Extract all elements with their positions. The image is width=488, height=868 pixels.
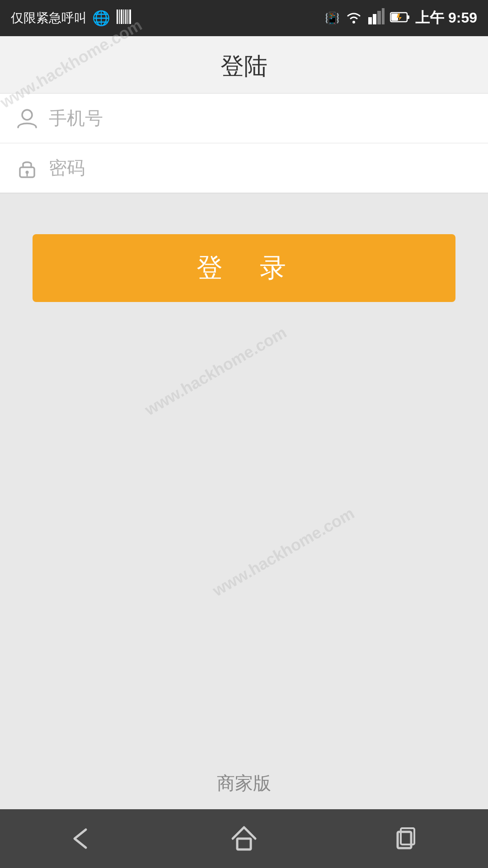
status-left: 仅限紧急呼叫 🌐 xyxy=(11,9,132,28)
page-header: 登陆 xyxy=(0,36,488,94)
status-bar: 仅限紧急呼叫 🌐 📳 xyxy=(0,0,488,36)
svg-rect-5 xyxy=(127,9,128,24)
login-button-container: 登 录 xyxy=(0,234,488,329)
password-input-row xyxy=(0,143,488,193)
recents-button[interactable] xyxy=(380,821,434,857)
svg-rect-1 xyxy=(119,9,120,24)
password-input[interactable] xyxy=(49,150,474,186)
time-display: 上午 9:59 xyxy=(415,8,477,28)
wifi-icon xyxy=(345,9,363,28)
svg-rect-13 xyxy=(407,15,409,19)
home-button[interactable] xyxy=(217,821,271,857)
barcode-icon xyxy=(116,9,132,28)
svg-rect-19 xyxy=(237,839,251,849)
svg-rect-6 xyxy=(129,9,131,24)
login-button[interactable]: 登 录 xyxy=(33,234,455,302)
main-content-area xyxy=(0,329,488,673)
svg-rect-3 xyxy=(123,9,124,24)
svg-rect-4 xyxy=(125,9,127,24)
phone-input[interactable] xyxy=(49,100,474,137)
page-title: 登陆 xyxy=(0,51,488,82)
back-button[interactable] xyxy=(54,821,108,857)
form-spacer xyxy=(0,193,488,234)
svg-rect-8 xyxy=(368,17,372,24)
svg-rect-10 xyxy=(377,11,381,24)
emergency-call-text: 仅限紧急呼叫 xyxy=(11,9,87,27)
lock-icon xyxy=(14,156,40,181)
svg-rect-20 xyxy=(398,832,411,848)
svg-point-15 xyxy=(22,110,32,120)
svg-rect-2 xyxy=(121,9,122,24)
signal-icon xyxy=(368,8,385,28)
vibrate-icon: 📳 xyxy=(325,11,339,25)
svg-point-7 xyxy=(352,21,355,24)
login-form xyxy=(0,94,488,193)
svg-rect-0 xyxy=(117,9,118,24)
merchant-version-label: 商家版 xyxy=(217,771,271,796)
svg-rect-11 xyxy=(382,8,385,24)
svg-rect-9 xyxy=(373,14,376,24)
user-icon xyxy=(14,106,40,131)
globe-icon: 🌐 xyxy=(92,9,110,27)
navigation-bar xyxy=(0,809,488,868)
battery-icon xyxy=(390,9,410,27)
phone-input-row xyxy=(0,94,488,143)
status-right: 📳 xyxy=(325,8,477,28)
